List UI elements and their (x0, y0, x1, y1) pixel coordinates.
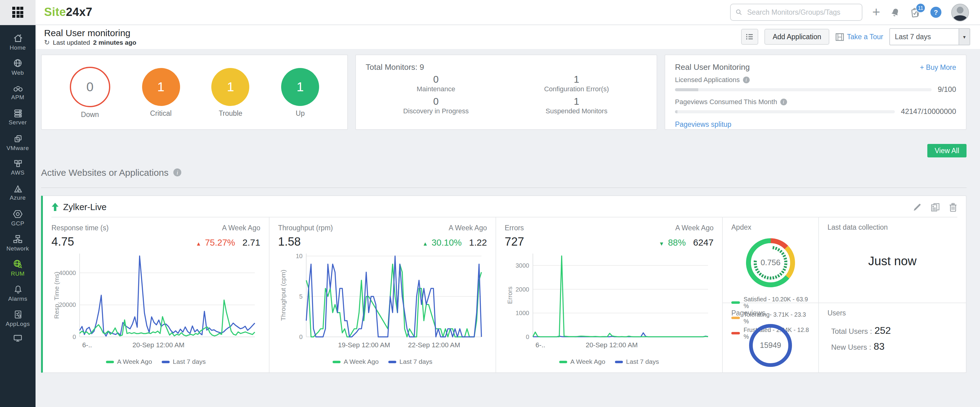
top-navbar: Site24x7 + 11 ? (0, 0, 980, 25)
metric-label: Response time (s) (51, 224, 109, 232)
users-title: Users (827, 309, 957, 316)
svg-text:5: 5 (299, 293, 302, 300)
site24x7-logo[interactable]: Site24x7 (44, 5, 92, 19)
time-range-select[interactable]: Last 7 days (889, 28, 970, 45)
pageviews-title: Pageviews (731, 309, 810, 316)
sidebar-item-rum[interactable]: RUM (0, 255, 35, 280)
search-box[interactable] (730, 4, 862, 21)
up-circle[interactable]: 1 (281, 68, 319, 106)
chart-legend[interactable]: A Week Ago Last 7 days (51, 358, 260, 365)
pageviews-ring[interactable]: 15949 (731, 321, 810, 369)
response-time-panel: Response time (s)A Week Ago 4.75 ▲75.27%… (43, 218, 269, 372)
add-monitor-icon[interactable]: + (872, 5, 880, 19)
chart-legend[interactable]: A Week Ago Last 7 days (278, 358, 487, 365)
throughput-week-ago-value: 1.22 (469, 237, 487, 248)
sidebar-item-vmware[interactable]: VMware (0, 130, 35, 155)
sidebar-item-server[interactable]: Server (0, 105, 35, 130)
page-title: Real User monitoring (44, 27, 136, 38)
sidebar-item-aws[interactable]: AWS (0, 155, 35, 180)
last-updated-text: Last updated (52, 38, 90, 46)
info-icon[interactable] (173, 169, 181, 176)
down-circle[interactable]: 0 (70, 67, 110, 107)
search-icon (736, 9, 742, 16)
list-icon (746, 33, 754, 40)
section-title: Active Websites or Applications (41, 167, 169, 178)
bell-icon (890, 7, 900, 17)
stat-config-errors: 1 Configuration Error(s) (506, 74, 647, 92)
buy-more-link[interactable]: + Buy More (920, 64, 956, 71)
search-input[interactable] (746, 8, 857, 16)
status-trouble[interactable]: 1 Trouble (212, 68, 250, 117)
status-up[interactable]: 1 Up (281, 68, 319, 117)
sidebar-item-home[interactable]: Home (0, 29, 35, 54)
app-launcher-button[interactable] (0, 0, 35, 24)
view-all-button[interactable]: View All (928, 144, 967, 157)
edit-icon[interactable] (913, 202, 922, 211)
chevron-down-icon (959, 29, 970, 45)
response-time-chart[interactable]: 02000040000Resp. Time (ms)6-..20-Sep 12:… (51, 249, 260, 354)
copy-report-icon[interactable] (931, 202, 940, 211)
sidebar-item-more[interactable] (0, 331, 35, 345)
svg-text:Throughput (cpm): Throughput (cpm) (280, 270, 286, 321)
gcp-icon (13, 209, 23, 218)
errors-change: ▼88% (659, 238, 686, 248)
tasks-button[interactable]: 11 (910, 7, 921, 17)
add-application-button[interactable]: Add Application (765, 29, 829, 45)
sidebar-item-gcp[interactable]: GCP (0, 205, 35, 230)
throughput-panel: Throughput (rpm)A Week Ago 1.58 ▲30.10% … (269, 218, 496, 372)
apdex-panel: Apdex 0.756 Satisfied - 10.20K - 63.9 % … (723, 218, 818, 303)
errors-chart[interactable]: 0100020003000Errors6-..20-Sep 12:00 AM (505, 249, 714, 354)
licensed-apps-progressbar (675, 88, 932, 91)
last-updated-value: 2 minutes ago (93, 38, 136, 46)
list-view-button[interactable] (741, 29, 759, 45)
up-arrow-icon (51, 203, 59, 211)
sidebar-item-network[interactable]: Network (0, 230, 35, 255)
status-down[interactable]: 0 Down (70, 67, 110, 118)
svg-text:15949: 15949 (760, 341, 781, 350)
sidebar-item-applogs[interactable]: AppLogs (0, 306, 35, 331)
sidebar-item-alarms[interactable]: Alarms (0, 280, 35, 306)
announcements-button[interactable] (890, 7, 900, 17)
sidebar-item-azure[interactable]: Azure (0, 180, 35, 205)
svg-text:1000: 1000 (516, 310, 530, 316)
throughput-chart[interactable]: 0510Throughput (cpm)19-Sep 12:00 AM22-Se… (278, 249, 487, 354)
critical-circle[interactable]: 1 (142, 68, 180, 106)
help-button[interactable]: ? (931, 7, 942, 18)
tasks-badge: 11 (916, 3, 926, 13)
rum-icon (13, 259, 23, 269)
apdex-donut[interactable]: 0.756 (731, 233, 810, 292)
chart-legend[interactable]: A Week Ago Last 7 days (505, 358, 714, 365)
refresh-icon[interactable]: ↻ (44, 38, 49, 46)
svg-text:20-Sep 12:00 AM: 20-Sep 12:00 AM (132, 341, 185, 349)
errors-value: 727 (505, 235, 524, 249)
metric-label: Throughput (rpm) (278, 224, 333, 232)
aws-icon (13, 159, 22, 168)
sidebar-item-apm[interactable]: APM (0, 79, 35, 105)
info-icon[interactable] (780, 98, 787, 105)
application-name[interactable]: Zylker-Live (63, 202, 107, 212)
pageviews-consumed-row: Pageviews Consumed This Month 42147/1000… (675, 98, 956, 116)
pageviews-progressbar (675, 110, 895, 113)
take-a-tour-link[interactable]: Take a Tour (835, 33, 883, 41)
site24x7-dashboard: Site24x7 + 11 ? Home Web (0, 0, 980, 407)
new-users-row: New Users :83 (831, 341, 957, 352)
info-icon[interactable] (743, 76, 750, 83)
application-card-zylker-live: Zylker-Live Response time (s)A Week Ago … (41, 196, 967, 373)
total-users-row: Total Users :252 (831, 325, 957, 336)
svg-text:Errors: Errors (506, 286, 513, 304)
trouble-circle[interactable]: 1 (212, 68, 250, 106)
network-icon (13, 234, 23, 243)
svg-text:3000: 3000 (516, 262, 530, 269)
svg-text:0: 0 (526, 334, 529, 340)
sidebar-item-web[interactable]: Web (0, 54, 35, 79)
svg-text:0: 0 (73, 334, 76, 340)
pageviews-splitup-link[interactable]: Pageviews splitup (675, 121, 731, 128)
last-data-collection-panel: Last data collection Just now (819, 218, 966, 303)
delete-icon[interactable] (949, 202, 957, 211)
user-avatar[interactable] (951, 3, 969, 21)
svg-text:0: 0 (299, 334, 302, 340)
total-monitors-panel: Total Monitors: 9 0 Maintenance 1 Config… (355, 54, 657, 130)
status-critical[interactable]: 1 Critical (142, 68, 180, 117)
app-grid-icon (12, 7, 23, 18)
response-time-week-ago-value: 2.71 (243, 237, 260, 248)
